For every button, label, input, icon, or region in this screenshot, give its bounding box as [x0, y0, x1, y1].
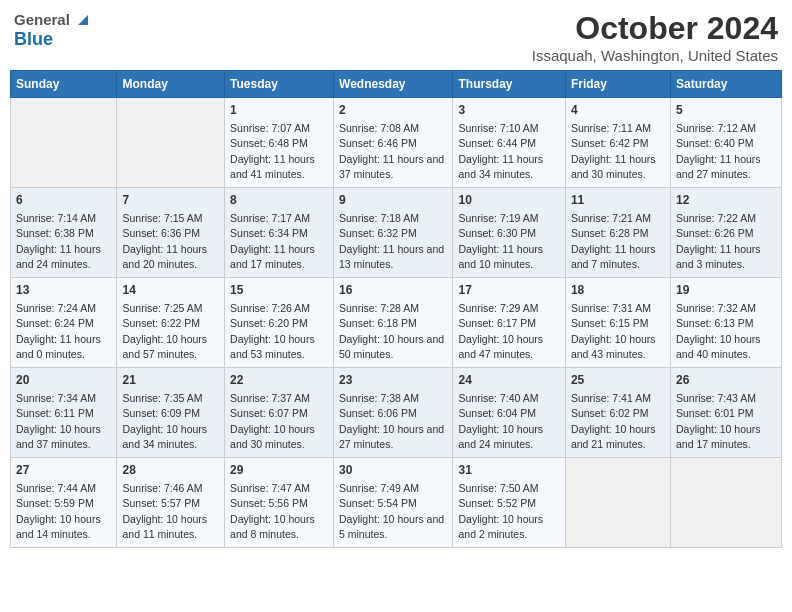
- day-number: 10: [458, 192, 559, 209]
- calendar-cell: 22Sunrise: 7:37 AM Sunset: 6:07 PM Dayli…: [225, 368, 334, 458]
- day-number: 22: [230, 372, 328, 389]
- day-info: Sunrise: 7:31 AM Sunset: 6:15 PM Dayligh…: [571, 302, 656, 360]
- day-number: 24: [458, 372, 559, 389]
- calendar-cell: 23Sunrise: 7:38 AM Sunset: 6:06 PM Dayli…: [334, 368, 453, 458]
- day-info: Sunrise: 7:38 AM Sunset: 6:06 PM Dayligh…: [339, 392, 444, 450]
- day-number: 15: [230, 282, 328, 299]
- day-info: Sunrise: 7:29 AM Sunset: 6:17 PM Dayligh…: [458, 302, 543, 360]
- calendar-cell: 16Sunrise: 7:28 AM Sunset: 6:18 PM Dayli…: [334, 278, 453, 368]
- calendar-cell: [11, 98, 117, 188]
- calendar-week-row: 27Sunrise: 7:44 AM Sunset: 5:59 PM Dayli…: [11, 458, 782, 548]
- calendar-cell: 7Sunrise: 7:15 AM Sunset: 6:36 PM Daylig…: [117, 188, 225, 278]
- calendar-cell: 19Sunrise: 7:32 AM Sunset: 6:13 PM Dayli…: [670, 278, 781, 368]
- calendar-cell: 29Sunrise: 7:47 AM Sunset: 5:56 PM Dayli…: [225, 458, 334, 548]
- day-number: 5: [676, 102, 776, 119]
- page-header: General Blue October 2024 Issaquah, Wash…: [10, 10, 782, 64]
- calendar-cell: 15Sunrise: 7:26 AM Sunset: 6:20 PM Dayli…: [225, 278, 334, 368]
- calendar-cell: 28Sunrise: 7:46 AM Sunset: 5:57 PM Dayli…: [117, 458, 225, 548]
- day-number: 19: [676, 282, 776, 299]
- calendar-week-row: 13Sunrise: 7:24 AM Sunset: 6:24 PM Dayli…: [11, 278, 782, 368]
- logo-blue-text: Blue: [14, 30, 90, 50]
- day-info: Sunrise: 7:18 AM Sunset: 6:32 PM Dayligh…: [339, 212, 444, 270]
- day-number: 8: [230, 192, 328, 209]
- day-number: 7: [122, 192, 219, 209]
- day-info: Sunrise: 7:40 AM Sunset: 6:04 PM Dayligh…: [458, 392, 543, 450]
- calendar-cell: 2Sunrise: 7:08 AM Sunset: 6:46 PM Daylig…: [334, 98, 453, 188]
- calendar-week-row: 6Sunrise: 7:14 AM Sunset: 6:38 PM Daylig…: [11, 188, 782, 278]
- calendar-cell: 10Sunrise: 7:19 AM Sunset: 6:30 PM Dayli…: [453, 188, 565, 278]
- calendar-cell: 17Sunrise: 7:29 AM Sunset: 6:17 PM Dayli…: [453, 278, 565, 368]
- day-number: 1: [230, 102, 328, 119]
- calendar-cell: 26Sunrise: 7:43 AM Sunset: 6:01 PM Dayli…: [670, 368, 781, 458]
- day-info: Sunrise: 7:50 AM Sunset: 5:52 PM Dayligh…: [458, 482, 543, 540]
- calendar-cell: 30Sunrise: 7:49 AM Sunset: 5:54 PM Dayli…: [334, 458, 453, 548]
- day-number: 25: [571, 372, 665, 389]
- day-info: Sunrise: 7:11 AM Sunset: 6:42 PM Dayligh…: [571, 122, 656, 180]
- calendar-cell: 1Sunrise: 7:07 AM Sunset: 6:48 PM Daylig…: [225, 98, 334, 188]
- day-number: 27: [16, 462, 111, 479]
- day-number: 13: [16, 282, 111, 299]
- calendar-cell: 9Sunrise: 7:18 AM Sunset: 6:32 PM Daylig…: [334, 188, 453, 278]
- day-number: 2: [339, 102, 447, 119]
- day-info: Sunrise: 7:41 AM Sunset: 6:02 PM Dayligh…: [571, 392, 656, 450]
- day-number: 4: [571, 102, 665, 119]
- day-number: 12: [676, 192, 776, 209]
- calendar-cell: [565, 458, 670, 548]
- day-info: Sunrise: 7:26 AM Sunset: 6:20 PM Dayligh…: [230, 302, 315, 360]
- day-info: Sunrise: 7:07 AM Sunset: 6:48 PM Dayligh…: [230, 122, 315, 180]
- day-number: 11: [571, 192, 665, 209]
- day-info: Sunrise: 7:14 AM Sunset: 6:38 PM Dayligh…: [16, 212, 101, 270]
- calendar-cell: 3Sunrise: 7:10 AM Sunset: 6:44 PM Daylig…: [453, 98, 565, 188]
- day-number: 17: [458, 282, 559, 299]
- day-info: Sunrise: 7:44 AM Sunset: 5:59 PM Dayligh…: [16, 482, 101, 540]
- calendar-cell: [117, 98, 225, 188]
- day-info: Sunrise: 7:24 AM Sunset: 6:24 PM Dayligh…: [16, 302, 101, 360]
- calendar-cell: 6Sunrise: 7:14 AM Sunset: 6:38 PM Daylig…: [11, 188, 117, 278]
- day-info: Sunrise: 7:15 AM Sunset: 6:36 PM Dayligh…: [122, 212, 207, 270]
- calendar-cell: 21Sunrise: 7:35 AM Sunset: 6:09 PM Dayli…: [117, 368, 225, 458]
- day-number: 3: [458, 102, 559, 119]
- calendar-cell: 20Sunrise: 7:34 AM Sunset: 6:11 PM Dayli…: [11, 368, 117, 458]
- calendar-cell: 8Sunrise: 7:17 AM Sunset: 6:34 PM Daylig…: [225, 188, 334, 278]
- calendar-cell: 27Sunrise: 7:44 AM Sunset: 5:59 PM Dayli…: [11, 458, 117, 548]
- weekday-header-tuesday: Tuesday: [225, 71, 334, 98]
- day-info: Sunrise: 7:43 AM Sunset: 6:01 PM Dayligh…: [676, 392, 761, 450]
- day-info: Sunrise: 7:47 AM Sunset: 5:56 PM Dayligh…: [230, 482, 315, 540]
- weekday-header-sunday: Sunday: [11, 71, 117, 98]
- svg-marker-0: [78, 15, 88, 25]
- day-info: Sunrise: 7:10 AM Sunset: 6:44 PM Dayligh…: [458, 122, 543, 180]
- day-info: Sunrise: 7:21 AM Sunset: 6:28 PM Dayligh…: [571, 212, 656, 270]
- day-info: Sunrise: 7:34 AM Sunset: 6:11 PM Dayligh…: [16, 392, 101, 450]
- day-info: Sunrise: 7:12 AM Sunset: 6:40 PM Dayligh…: [676, 122, 761, 180]
- calendar-table: SundayMondayTuesdayWednesdayThursdayFrid…: [10, 70, 782, 548]
- day-number: 14: [122, 282, 219, 299]
- calendar-week-row: 1Sunrise: 7:07 AM Sunset: 6:48 PM Daylig…: [11, 98, 782, 188]
- weekday-header-friday: Friday: [565, 71, 670, 98]
- calendar-cell: 5Sunrise: 7:12 AM Sunset: 6:40 PM Daylig…: [670, 98, 781, 188]
- calendar-cell: 4Sunrise: 7:11 AM Sunset: 6:42 PM Daylig…: [565, 98, 670, 188]
- weekday-header-thursday: Thursday: [453, 71, 565, 98]
- month-title: October 2024: [532, 10, 778, 47]
- calendar-cell: [670, 458, 781, 548]
- day-number: 6: [16, 192, 111, 209]
- weekday-header-monday: Monday: [117, 71, 225, 98]
- logo: General Blue: [14, 10, 90, 50]
- day-info: Sunrise: 7:35 AM Sunset: 6:09 PM Dayligh…: [122, 392, 207, 450]
- calendar-cell: 14Sunrise: 7:25 AM Sunset: 6:22 PM Dayli…: [117, 278, 225, 368]
- logo-triangle-icon: [76, 13, 90, 27]
- day-number: 18: [571, 282, 665, 299]
- day-number: 30: [339, 462, 447, 479]
- day-info: Sunrise: 7:32 AM Sunset: 6:13 PM Dayligh…: [676, 302, 761, 360]
- calendar-cell: 11Sunrise: 7:21 AM Sunset: 6:28 PM Dayli…: [565, 188, 670, 278]
- day-info: Sunrise: 7:49 AM Sunset: 5:54 PM Dayligh…: [339, 482, 444, 540]
- day-info: Sunrise: 7:22 AM Sunset: 6:26 PM Dayligh…: [676, 212, 761, 270]
- day-number: 29: [230, 462, 328, 479]
- logo-general-text: General: [14, 11, 70, 28]
- day-info: Sunrise: 7:37 AM Sunset: 6:07 PM Dayligh…: [230, 392, 315, 450]
- day-number: 20: [16, 372, 111, 389]
- calendar-week-row: 20Sunrise: 7:34 AM Sunset: 6:11 PM Dayli…: [11, 368, 782, 458]
- day-info: Sunrise: 7:17 AM Sunset: 6:34 PM Dayligh…: [230, 212, 315, 270]
- day-number: 23: [339, 372, 447, 389]
- day-number: 16: [339, 282, 447, 299]
- day-number: 21: [122, 372, 219, 389]
